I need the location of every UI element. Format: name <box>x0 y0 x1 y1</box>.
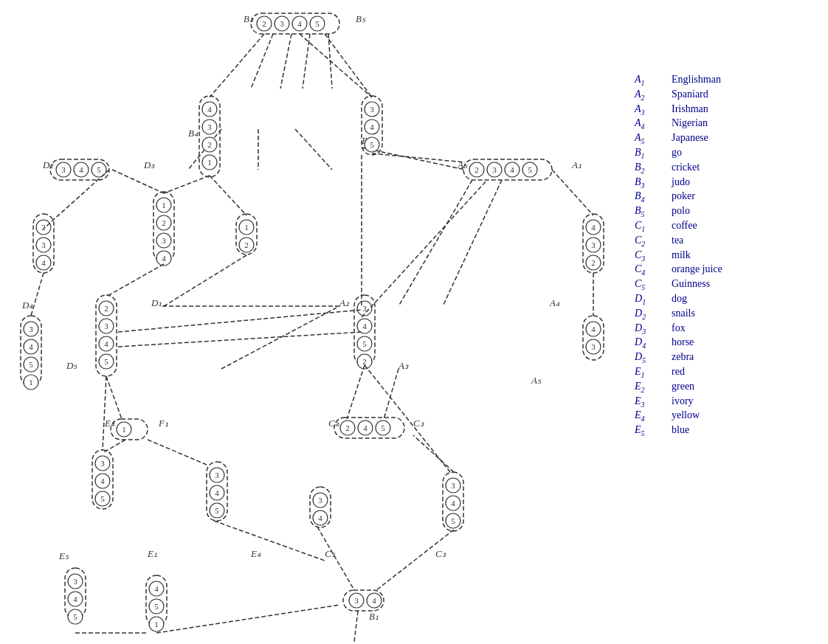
legend-key: C3 <box>635 249 672 263</box>
svg-text:4: 4 <box>362 322 367 330</box>
svg-text:4: 4 <box>451 499 455 508</box>
svg-text:5: 5 <box>154 602 159 611</box>
legend-item: D4horse <box>635 336 827 350</box>
legend-key: A5 <box>635 132 672 145</box>
legend-value: yellow <box>672 409 700 421</box>
legend-item: B3judo <box>635 176 827 190</box>
legend-item: B2cricket <box>635 162 827 175</box>
legend-item: E1red <box>635 366 827 379</box>
svg-text:5: 5 <box>362 339 367 348</box>
svg-text:3: 3 <box>162 236 166 245</box>
svg-text:5: 5 <box>97 165 101 174</box>
svg-text:3: 3 <box>591 342 596 351</box>
svg-text:4: 4 <box>79 165 83 174</box>
legend-key: A3 <box>635 103 672 117</box>
legend-item: A4Nigerian <box>635 117 827 131</box>
label-D4: D₄ <box>21 300 33 311</box>
legend-item: C4orange juice <box>635 263 827 277</box>
svg-line-146 <box>148 440 207 465</box>
svg-line-135 <box>399 180 472 306</box>
legend-key: D2 <box>635 308 672 321</box>
svg-text:3: 3 <box>354 596 359 605</box>
svg-line-140 <box>552 170 593 215</box>
svg-text:4: 4 <box>297 19 302 28</box>
svg-line-156 <box>118 332 362 347</box>
svg-text:3: 3 <box>207 122 212 131</box>
svg-text:4: 4 <box>363 423 368 432</box>
diagram-area: .dashed { stroke: #333; stroke-width: 1.… <box>0 0 627 644</box>
legend-key: C5 <box>635 278 672 291</box>
svg-text:3: 3 <box>280 19 284 28</box>
svg-text:3: 3 <box>41 240 46 249</box>
svg-text:5: 5 <box>104 357 108 366</box>
legend-value: green <box>672 381 694 392</box>
svg-line-197 <box>106 264 164 297</box>
legend-key: B4 <box>635 190 672 204</box>
label-A2: A₂ <box>339 297 350 308</box>
label-F: F₁ <box>158 418 168 429</box>
legend-key: D3 <box>635 322 672 336</box>
svg-line-196 <box>112 170 164 193</box>
legend-value: milk <box>672 249 691 261</box>
svg-text:3: 3 <box>318 496 322 505</box>
svg-text:4: 4 <box>162 254 166 263</box>
svg-line-128 <box>303 34 310 89</box>
svg-text:2: 2 <box>262 19 266 28</box>
svg-text:4: 4 <box>207 105 212 114</box>
legend-key: E4 <box>635 409 672 423</box>
label-C3: C₃ <box>413 418 424 429</box>
legend-value: Englishman <box>672 74 721 86</box>
legend-value: fox <box>672 322 686 334</box>
legend-value: go <box>672 147 682 159</box>
label-D5: D₅ <box>66 360 77 371</box>
label-A5-lower: A₅ <box>531 375 542 386</box>
svg-line-153 <box>156 605 339 633</box>
legend-value: judo <box>672 176 690 188</box>
svg-text:4: 4 <box>591 325 596 333</box>
legend-item: C2tea <box>635 235 827 248</box>
label-E5: E₅ <box>58 550 69 561</box>
legend-value: coffee <box>672 220 697 232</box>
svg-text:4: 4 <box>370 122 374 131</box>
svg-line-137 <box>44 170 109 229</box>
svg-line-193 <box>164 176 210 193</box>
svg-text:2: 2 <box>162 218 166 227</box>
svg-line-147 <box>103 440 125 453</box>
label-A1: A₁ <box>571 159 582 170</box>
legend-item: B4poker <box>635 190 827 204</box>
legend-key: B2 <box>635 162 672 175</box>
svg-text:3: 3 <box>104 322 108 330</box>
svg-text:3: 3 <box>73 577 77 586</box>
svg-text:4: 4 <box>591 223 596 232</box>
label-D1: D₁ <box>151 297 162 308</box>
svg-line-142 <box>347 365 365 419</box>
label-C5-bottom: C₅ <box>325 548 336 559</box>
svg-text:3: 3 <box>492 165 497 174</box>
svg-text:4: 4 <box>73 595 77 603</box>
svg-text:1: 1 <box>244 223 249 232</box>
legend-value: zebra <box>672 351 694 363</box>
svg-text:3: 3 <box>451 481 455 490</box>
legend-key: B5 <box>635 205 672 218</box>
svg-text:2: 2 <box>591 258 596 267</box>
svg-line-126 <box>251 34 273 89</box>
label-B5: B₅ <box>356 13 366 24</box>
label-A3: A₃ <box>398 360 409 371</box>
legend-key: D4 <box>635 336 672 350</box>
svg-text:4: 4 <box>510 165 514 174</box>
legend-item: C1coffee <box>635 220 827 233</box>
legend-item: D1dog <box>635 293 827 306</box>
legend-key: A1 <box>635 74 672 87</box>
svg-text:1: 1 <box>122 425 126 434</box>
svg-text:4: 4 <box>215 488 219 497</box>
legend-key: D5 <box>635 351 672 364</box>
label-D2: D₂ <box>42 159 54 170</box>
svg-line-133 <box>362 148 465 170</box>
legend-value: red <box>672 366 685 378</box>
svg-text:4: 4 <box>318 513 322 522</box>
svg-text:3: 3 <box>29 325 33 333</box>
svg-text:5: 5 <box>29 360 33 369</box>
legend-value: horse <box>672 336 694 348</box>
legend-key: C4 <box>635 263 672 277</box>
legend-key: B1 <box>635 147 672 160</box>
